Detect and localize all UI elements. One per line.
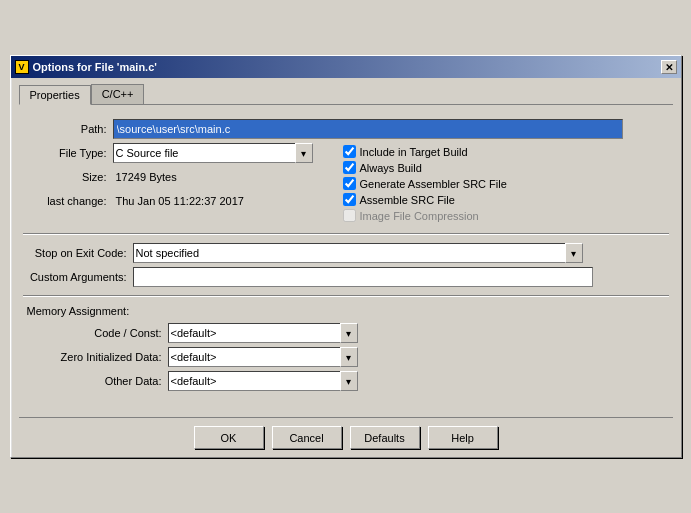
last-change-label: last change: (23, 195, 113, 207)
code-const-row: Code / Const: <default> (23, 323, 669, 343)
custom-args-label: Custom Arguments: (23, 271, 133, 283)
app-icon: V (15, 60, 29, 74)
path-label: Path: (23, 123, 113, 135)
generate-asm-row: Generate Assembler SRC File (343, 177, 669, 190)
code-const-label: Code / Const: (23, 327, 168, 339)
other-data-label: Other Data: (23, 375, 168, 387)
main-two-column: File Type: C Source file Size: 17249 Byt… (23, 143, 669, 225)
path-input[interactable] (113, 119, 623, 139)
file-type-row: File Type: C Source file (23, 143, 323, 163)
divider-1 (23, 233, 669, 235)
zero-init-select-wrapper: <default> (168, 347, 358, 367)
always-build-label: Always Build (360, 162, 422, 174)
last-change-row: last change: Thu Jan 05 11:22:37 2017 (23, 191, 323, 211)
window-body: Properties C/C++ Path: File Type: C Sour… (11, 78, 681, 457)
always-build-row: Always Build (343, 161, 669, 174)
file-type-label: File Type: (23, 147, 113, 159)
size-label: Size: (23, 171, 113, 183)
stop-exit-row: Stop on Exit Code: Not specified (23, 243, 669, 263)
path-row: Path: (23, 119, 669, 139)
ok-button[interactable]: OK (194, 426, 264, 449)
other-data-select[interactable]: <default> (168, 371, 358, 391)
memory-section: Memory Assignment: Code / Const: <defaul… (23, 305, 669, 391)
custom-args-row: Custom Arguments: (23, 267, 669, 287)
last-change-value: Thu Jan 05 11:22:37 2017 (113, 191, 313, 211)
button-bar: OK Cancel Defaults Help (19, 417, 673, 449)
image-compress-label: Image File Compression (360, 210, 479, 222)
file-type-select[interactable]: C Source file (113, 143, 313, 163)
custom-args-input[interactable] (133, 267, 593, 287)
stop-exit-label: Stop on Exit Code: (23, 247, 133, 259)
zero-init-row: Zero Initialized Data: <default> (23, 347, 669, 367)
stop-exit-select[interactable]: Not specified (133, 243, 583, 263)
image-compress-checkbox[interactable] (343, 209, 356, 222)
include-target-checkbox[interactable] (343, 145, 356, 158)
defaults-button[interactable]: Defaults (350, 426, 420, 449)
assemble-src-label: Assemble SRC File (360, 194, 455, 206)
title-bar: V Options for File 'main.c' ✕ (11, 56, 681, 78)
size-value: 17249 Bytes (113, 167, 313, 187)
include-target-label: Include in Target Build (360, 146, 468, 158)
other-data-row: Other Data: <default> (23, 371, 669, 391)
right-column: Include in Target Build Always Build Gen… (343, 143, 669, 225)
window-title: Options for File 'main.c' (33, 61, 157, 73)
close-button[interactable]: ✕ (661, 60, 677, 74)
zero-init-label: Zero Initialized Data: (23, 351, 168, 363)
stop-exit-select-wrapper: Not specified (133, 243, 583, 263)
main-window: V Options for File 'main.c' ✕ Properties… (10, 55, 682, 458)
cancel-button[interactable]: Cancel (272, 426, 342, 449)
generate-asm-checkbox[interactable] (343, 177, 356, 190)
tab-properties[interactable]: Properties (19, 85, 91, 105)
assemble-src-checkbox[interactable] (343, 193, 356, 206)
file-type-select-wrapper: C Source file (113, 143, 313, 163)
other-data-select-wrapper: <default> (168, 371, 358, 391)
content-area: Path: File Type: C Source file (19, 113, 673, 403)
help-button[interactable]: Help (428, 426, 498, 449)
left-column: File Type: C Source file Size: 17249 Byt… (23, 143, 323, 225)
size-row: Size: 17249 Bytes (23, 167, 323, 187)
generate-asm-label: Generate Assembler SRC File (360, 178, 507, 190)
include-target-row: Include in Target Build (343, 145, 669, 158)
tab-bar: Properties C/C++ (19, 84, 673, 105)
always-build-checkbox[interactable] (343, 161, 356, 174)
assemble-src-row: Assemble SRC File (343, 193, 669, 206)
zero-init-select[interactable]: <default> (168, 347, 358, 367)
divider-2 (23, 295, 669, 297)
code-const-select-wrapper: <default> (168, 323, 358, 343)
title-bar-left: V Options for File 'main.c' (15, 60, 157, 74)
tab-cpp[interactable]: C/C++ (91, 84, 145, 104)
image-compress-row: Image File Compression (343, 209, 669, 222)
memory-title: Memory Assignment: (27, 305, 669, 317)
code-const-select[interactable]: <default> (168, 323, 358, 343)
